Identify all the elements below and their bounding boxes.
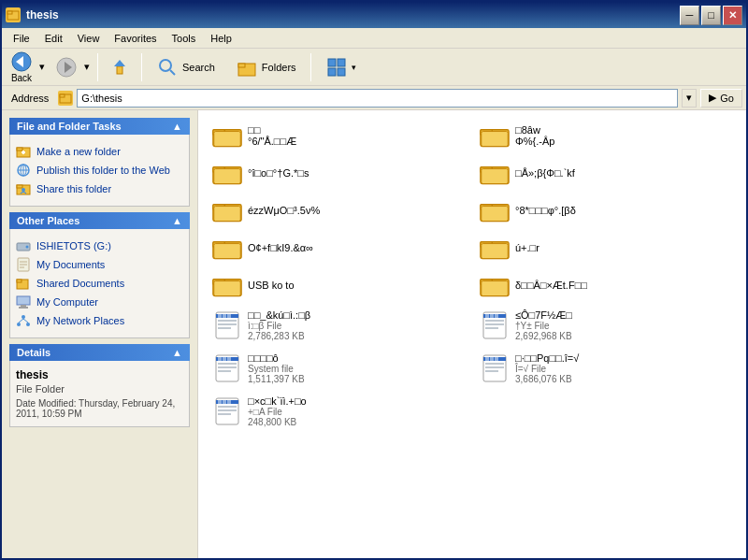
file-info: □8âwΦ%{.-Âp: [515, 124, 554, 147]
list-item[interactable]: Ο¢+f□kI9.&α∞: [206, 230, 471, 266]
minimize-button[interactable]: ─: [680, 6, 699, 25]
forward-button[interactable]: [50, 53, 82, 81]
file-folder-tasks-body: Make a new folder Publish this folder to…: [9, 135, 190, 207]
file-name: °8*□□□φ°.[βδ: [515, 205, 576, 216]
svg-rect-56: [482, 169, 508, 184]
details-header[interactable]: Details ▲: [9, 344, 190, 361]
list-item[interactable]: □□°6/"Å.□□Æ: [206, 118, 471, 153]
file-name: □□°6/"Å.□□Æ: [248, 124, 296, 147]
file-info: □Å»;β{Φ□.`kf: [515, 167, 575, 179]
toolbar: Back ▾ ▾: [2, 49, 746, 86]
task-share[interactable]: Share this folder: [16, 179, 183, 198]
view-dropdown-arrow[interactable]: ▾: [352, 63, 356, 72]
file-info: δ□□Â□×Æt.F□□: [515, 280, 587, 291]
up-button[interactable]: [104, 53, 136, 81]
list-item[interactable]: ≤Ô□7F½Æ□ †Υ± File2,692,968 KB: [473, 305, 739, 346]
go-button[interactable]: ▶ Go: [700, 89, 742, 108]
place-my-documents[interactable]: My Documents: [16, 255, 183, 274]
task-publish[interactable]: Publish this folder to the Web: [16, 161, 183, 179]
place-shared-documents[interactable]: Shared Documents: [16, 274, 183, 293]
file-info: □□_&kú□ì.:□β ì:□β File2,786,283 KB: [248, 309, 310, 341]
shared-documents-icon: [16, 276, 31, 291]
folder-icon: [212, 122, 242, 149]
forward-dropdown[interactable]: ▾: [82, 53, 92, 81]
menu-tools[interactable]: Tools: [165, 31, 204, 46]
svg-rect-6: [117, 66, 122, 74]
svg-rect-98: [227, 357, 231, 361]
list-item[interactable]: ézzWμΟ□³.5ν%: [206, 193, 471, 228]
menu-favorites[interactable]: Favorites: [107, 31, 164, 46]
collapse-icon: ▲: [172, 121, 182, 132]
file-info: USB ko to: [248, 280, 295, 291]
network-label: My Network Places: [36, 315, 124, 326]
folder-icon: [480, 122, 510, 149]
menu-edit[interactable]: Edit: [37, 31, 70, 46]
file-folder-tasks-title: File and Folder Tasks: [17, 121, 122, 132]
other-places-body: ISHIETOTS (G:) My Documents: [9, 229, 190, 338]
list-item[interactable]: □Å»;β{Φ□.`kf: [473, 155, 739, 191]
list-item[interactable]: □×c□k`ïì.+□o +□A File248,800 KB: [206, 391, 471, 432]
svg-rect-110: [218, 409, 237, 411]
list-item[interactable]: °8*□□□φ°.[βδ: [473, 193, 739, 228]
file-name: □8âwΦ%{.-Âp: [515, 124, 554, 147]
view-icon: [325, 56, 348, 79]
file-icon: [480, 353, 510, 383]
forward-button-group: ▾: [50, 53, 92, 81]
list-item[interactable]: □□□□ô System file1,511,397 KB: [206, 348, 471, 389]
details-title-header: Details: [17, 347, 50, 358]
back-button[interactable]: Back: [6, 48, 37, 86]
list-item[interactable]: USB ko to: [206, 267, 471, 303]
file-info: □□°6/"Å.□□Æ: [248, 124, 296, 147]
svg-rect-59: [214, 207, 240, 222]
file-list: □□°6/"Å.□□Æ □8âwΦ%{.-Âp °î□o: [198, 110, 746, 558]
menu-view[interactable]: View: [70, 31, 108, 46]
svg-rect-85: [485, 320, 504, 322]
svg-rect-96: [218, 357, 222, 361]
file-meta: 248,800 KB: [248, 417, 307, 427]
svg-point-40: [22, 315, 25, 319]
svg-rect-47: [214, 132, 240, 147]
file-info: □□□□ô System file1,511,397 KB: [248, 352, 305, 384]
list-item[interactable]: □·□□Pq□□.î=√ Î=√ File3,686,076 KB: [473, 348, 739, 389]
folder-icon: [480, 160, 510, 186]
address-dropdown-button[interactable]: ▾: [682, 89, 697, 108]
maximize-button[interactable]: □: [701, 6, 721, 25]
menu-help[interactable]: Help: [203, 31, 239, 46]
search-button[interactable]: Search: [148, 51, 223, 83]
list-item[interactable]: ú+.□r: [473, 230, 739, 266]
place-ishietots[interactable]: ISHIETOTS (G:): [16, 237, 183, 255]
details-section: Details ▲ thesis File Folder Date Modifi…: [9, 344, 190, 427]
folder-icon: [212, 160, 242, 186]
close-button[interactable]: ✕: [723, 6, 742, 25]
folders-button[interactable]: Folders: [227, 51, 305, 83]
other-places-header[interactable]: Other Places ▲: [9, 212, 190, 229]
svg-point-41: [17, 323, 21, 326]
details-body: thesis File Folder Date Modified: Thursd…: [9, 361, 190, 427]
menu-file[interactable]: File: [6, 31, 37, 46]
svg-rect-105: [490, 357, 494, 361]
make-folder-icon: [16, 144, 31, 159]
list-item[interactable]: °î□o□°†G.*□s: [206, 155, 471, 191]
explorer-window: thesis ─ □ ✕ File Edit View Favorites To…: [0, 0, 748, 560]
file-name: δ□□Â□×Æt.F□□: [515, 280, 587, 291]
task-make-folder[interactable]: Make a new folder: [16, 142, 183, 161]
title-bar: thesis ─ □ ✕: [2, 2, 746, 28]
address-bar: Address ▾ ▶ Go: [2, 86, 746, 110]
svg-rect-112: [218, 400, 222, 404]
place-network[interactable]: My Network Places: [16, 311, 183, 330]
back-dropdown[interactable]: ▾: [37, 48, 47, 86]
file-folder-tasks-header[interactable]: File and Folder Tasks ▲: [9, 118, 190, 135]
other-places-collapse-icon: ▲: [172, 215, 182, 226]
file-name: ú+.□r: [515, 242, 539, 253]
folder-icon: [480, 272, 510, 298]
list-item[interactable]: □□_&kú□ì.:□β ì:□β File2,786,283 KB: [206, 305, 471, 346]
list-item[interactable]: δ□□Â□×Æt.F□□: [473, 267, 739, 303]
view-button[interactable]: ▾: [317, 51, 365, 83]
search-icon: [156, 56, 179, 79]
list-item[interactable]: □8âwΦ%{.-Âp: [473, 118, 739, 153]
place-my-computer[interactable]: My Computer: [16, 293, 183, 311]
publish-label: Publish this folder to the Web: [36, 165, 170, 176]
address-input[interactable]: [77, 89, 678, 108]
file-meta: †Υ± File: [515, 321, 572, 331]
svg-rect-36: [17, 280, 22, 282]
